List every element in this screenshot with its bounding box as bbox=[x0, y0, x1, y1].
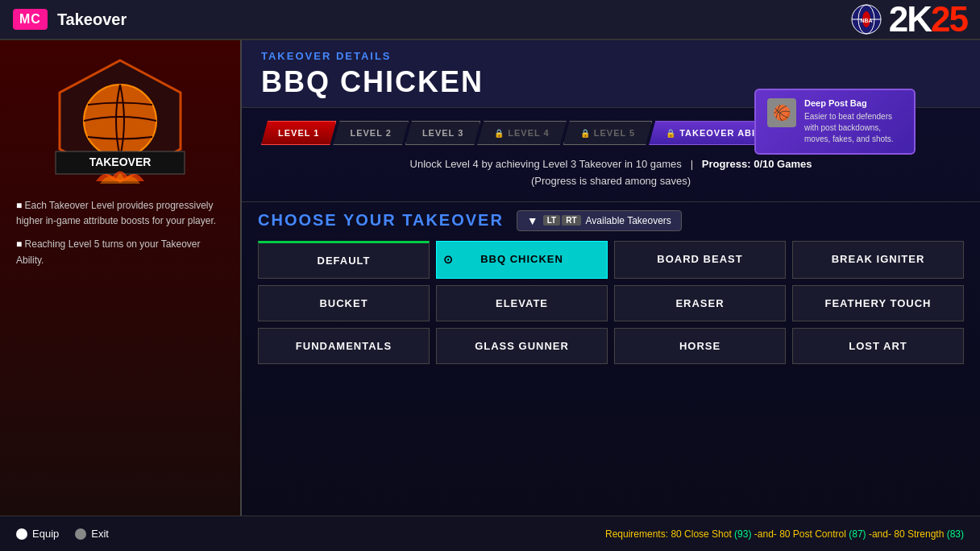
exit-button-indicator bbox=[75, 528, 86, 540]
choose-header: CHOOSE YOUR TAKEOVER ▼ LT RT Available T… bbox=[258, 210, 964, 231]
takeover-default-label: DEFAULT bbox=[318, 255, 371, 267]
takeover-item-board-beast[interactable]: BOARD BEAST bbox=[614, 241, 786, 279]
top-bar-left: MC Takeover bbox=[13, 9, 127, 30]
req3-value: (83) bbox=[947, 528, 964, 540]
takeover-item-eraser[interactable]: ERASER bbox=[614, 285, 786, 321]
equip-control: Equip bbox=[16, 528, 59, 540]
filter-button[interactable]: ▼ LT RT Available Takeovers bbox=[517, 210, 682, 231]
requirements: Requirements: 80 Close Shot (93) -and- 8… bbox=[605, 528, 964, 540]
takeover-eraser-label: ERASER bbox=[675, 297, 724, 309]
left-panel: TAKEOVER Each Takeover Level provides pr… bbox=[0, 40, 242, 516]
filter-tag-lt: LT bbox=[543, 215, 560, 226]
ability-icon: 🏀 bbox=[767, 98, 796, 127]
tab-level-1[interactable]: LEVEL 1 bbox=[261, 121, 336, 145]
ability-text: Deep Post Bag Easier to beat defenders w… bbox=[804, 98, 903, 145]
req1-value: (93) bbox=[734, 528, 751, 540]
takeover-lost-art-label: LOST ART bbox=[849, 340, 907, 352]
takeover-bucket-label: BUCKET bbox=[319, 297, 368, 309]
equip-label: Equip bbox=[32, 528, 59, 540]
takeover-item-break-igniter[interactable]: BREAK IGNITER bbox=[792, 241, 964, 279]
takeover-item-default[interactable]: DEFAULT bbox=[258, 241, 430, 279]
tab-level-4-label: LEVEL 4 bbox=[508, 128, 549, 138]
takeover-feathery-touch-label: FEATHERY TOUCH bbox=[825, 297, 932, 309]
svg-point-6 bbox=[84, 85, 156, 157]
takeover-board-beast-label: BOARD BEAST bbox=[657, 253, 742, 265]
takeover-item-glass-gunner[interactable]: GLASS GUNNER bbox=[436, 328, 608, 364]
progress-message: Unlock Level 4 by achieving Level 3 Take… bbox=[261, 156, 961, 173]
nba-shield-icon: NBA bbox=[850, 3, 882, 35]
equip-button-indicator bbox=[16, 528, 27, 540]
details-title-label: TAKEOVER DETAILS bbox=[261, 50, 961, 62]
logo-2k: 2K bbox=[889, 2, 931, 37]
takeover-item-feathery-touch[interactable]: FEATHERY TOUCH bbox=[792, 285, 964, 321]
lock-icon-ability: 🔒 bbox=[666, 129, 676, 138]
tab-level-3[interactable]: LEVEL 3 bbox=[405, 121, 480, 145]
tab-level-5-label: LEVEL 5 bbox=[594, 128, 635, 138]
tab-level-2[interactable]: LEVEL 2 bbox=[333, 121, 408, 145]
req2-stat: 80 Post Control bbox=[779, 528, 846, 540]
ability-title: Deep Post Bag bbox=[804, 98, 903, 108]
and1: -and- bbox=[754, 528, 777, 540]
tab-level-5[interactable]: 🔒 LEVEL 5 bbox=[563, 121, 652, 145]
ability-card: 🏀 Deep Post Bag Easier to beat defenders… bbox=[754, 89, 916, 155]
choose-section: CHOOSE YOUR TAKEOVER ▼ LT RT Available T… bbox=[242, 202, 980, 372]
svg-text:NBA: NBA bbox=[860, 18, 872, 23]
takeover-item-fundamentals[interactable]: FUNDAMENTALS bbox=[258, 328, 430, 364]
page-title: Takeover bbox=[57, 10, 127, 29]
logo-25: 25 bbox=[931, 2, 967, 37]
takeover-grid: DEFAULT ⊙ BBQ CHICKEN BOARD BEAST BREAK … bbox=[258, 241, 964, 364]
filter-icon: ▼ bbox=[527, 214, 538, 227]
top-bar: MC Takeover NBA 2K 25 bbox=[0, 0, 980, 40]
filter-label: Available Takeovers bbox=[586, 215, 671, 226]
exit-label: Exit bbox=[91, 528, 109, 540]
progress-count: Progress: 0/10 Games bbox=[702, 158, 812, 170]
progress-text: Unlock Level 4 by achieving Level 3 Take… bbox=[410, 158, 682, 170]
nba-2k25-logo: NBA 2K 25 bbox=[850, 2, 967, 37]
req2-value: (87) bbox=[849, 528, 866, 540]
takeover-bbq-chicken-label: BBQ CHICKEN bbox=[480, 253, 563, 265]
takeover-item-bbq-chicken[interactable]: ⊙ BBQ CHICKEN bbox=[436, 241, 608, 279]
takeover-badge: TAKEOVER bbox=[48, 56, 193, 185]
right-panel: 🏀 Deep Post Bag Easier to beat defenders… bbox=[242, 40, 980, 516]
takeover-fundamentals-label: FUNDAMENTALS bbox=[296, 340, 392, 352]
requirements-label: Requirements: bbox=[605, 528, 668, 540]
main-layout: TAKEOVER Each Takeover Level provides pr… bbox=[0, 40, 980, 516]
selected-icon: ⊙ bbox=[443, 253, 454, 266]
progress-shared-note: (Progress is shared among saves) bbox=[261, 173, 961, 190]
tab-level-4[interactable]: 🔒 LEVEL 4 bbox=[477, 121, 566, 145]
filter-tags: LT RT bbox=[543, 215, 581, 226]
tab-level-2-label: LEVEL 2 bbox=[350, 128, 391, 138]
lock-icon-5: 🔒 bbox=[580, 129, 591, 138]
takeover-break-igniter-label: BREAK IGNITER bbox=[832, 253, 925, 265]
bottom-bar: Equip Exit Requirements: 80 Close Shot (… bbox=[0, 516, 980, 551]
bottom-controls: Equip Exit bbox=[16, 528, 109, 540]
takeover-glass-gunner-label: GLASS GUNNER bbox=[475, 340, 569, 352]
exit-control: Exit bbox=[75, 528, 109, 540]
takeover-horse-label: HORSE bbox=[679, 340, 720, 352]
tab-level-1-label: LEVEL 1 bbox=[278, 128, 319, 138]
choose-title: CHOOSE YOUR TAKEOVER bbox=[258, 211, 504, 230]
takeover-item-horse[interactable]: HORSE bbox=[614, 328, 786, 364]
takeover-item-lost-art[interactable]: LOST ART bbox=[792, 328, 964, 364]
tab-level-3-label: LEVEL 3 bbox=[422, 128, 463, 138]
req1-stat: 80 Close Shot bbox=[671, 528, 731, 540]
left-info-2: Reaching Level 5 turns on your Takeover … bbox=[16, 237, 224, 267]
svg-text:TAKEOVER: TAKEOVER bbox=[89, 155, 152, 168]
takeover-badge-graphic: TAKEOVER bbox=[48, 56, 193, 185]
ability-description: Easier to beat defenders with post backd… bbox=[804, 111, 903, 145]
logo-text: 2K 25 bbox=[889, 2, 967, 37]
req3-stat: 80 Strength bbox=[894, 528, 944, 540]
filter-tag-rt: RT bbox=[562, 215, 580, 226]
mc-logo: MC bbox=[13, 9, 48, 30]
and2: -and- bbox=[869, 528, 891, 540]
takeover-item-elevate[interactable]: ELEVATE bbox=[436, 285, 608, 321]
left-info: Each Takeover Level provides progressive… bbox=[16, 198, 224, 276]
takeover-item-bucket[interactable]: BUCKET bbox=[258, 285, 430, 321]
takeover-elevate-label: ELEVATE bbox=[496, 297, 548, 309]
left-info-1: Each Takeover Level provides progressive… bbox=[16, 198, 224, 229]
lock-icon-4: 🔒 bbox=[494, 129, 505, 138]
